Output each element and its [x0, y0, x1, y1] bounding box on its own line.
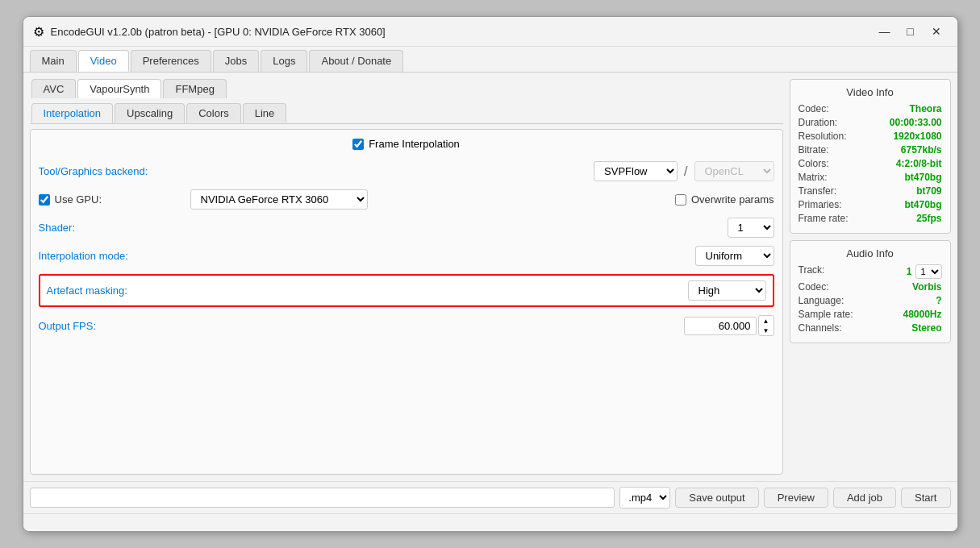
gpu-row: Use GPU: NVIDIA GeForce RTX 3060 [39, 189, 368, 210]
artefact-masking-select[interactable]: High Medium Low Off [688, 280, 766, 301]
separator: / [684, 164, 687, 179]
video-resolution-value: 1920x1080 [893, 131, 941, 142]
inner-tab-line[interactable]: Line [243, 103, 287, 123]
save-output-button[interactable]: Save output [675, 488, 758, 508]
video-codec-value: Theora [909, 103, 941, 114]
audio-language-label: Language: [799, 295, 844, 306]
sub-tab-vapoursynth[interactable]: VapourSynth [77, 79, 161, 98]
close-button[interactable]: ✕ [925, 23, 948, 39]
main-tabs: Main Video Preferences Jobs Logs About /… [23, 47, 957, 73]
video-framerate-label: Frame rate: [799, 213, 849, 224]
use-gpu-label: Use GPU: [55, 193, 184, 206]
audio-channels-row: Channels: Stereo [799, 322, 942, 334]
audio-codec-label: Codec: [799, 281, 829, 293]
left-panel: AVC VapourSynth FFMpeg Interpolation Ups… [30, 79, 783, 475]
audio-track-value: 1 1 [907, 264, 942, 279]
output-fps-row: Output FPS: ▲ ▼ [39, 315, 774, 336]
video-colors-row: Colors: 4:2:0/8-bit [799, 158, 942, 169]
video-bitrate-row: Bitrate: 6757kb/s [799, 144, 942, 156]
tool-backend-row: Tool/Graphics backend: SVPFlow / OpenCL [39, 161, 774, 181]
frame-interpolation-checkbox-label[interactable]: Frame Interpolation [352, 138, 460, 150]
audio-codec-row: Codec: Vorbis [799, 281, 942, 293]
audio-track-row: Track: 1 1 [799, 264, 942, 279]
fps-spin-down[interactable]: ▼ [759, 326, 774, 335]
output-fps-label: Output FPS: [39, 320, 168, 332]
tab-logs[interactable]: Logs [261, 50, 307, 72]
video-colors-label: Colors: [799, 158, 829, 169]
audio-track-label: Track: [799, 264, 825, 279]
artefact-masking-row: Artefact masking: High Medium Low Off [39, 274, 774, 307]
overwrite-label-text: Overwrite params [691, 193, 774, 206]
inner-tab-colors[interactable]: Colors [186, 103, 241, 123]
shader-select-wrapper: 1 2 3 [174, 218, 774, 238]
tab-about-donate[interactable]: About / Donate [309, 50, 403, 72]
use-gpu-checkbox[interactable] [39, 194, 50, 206]
frame-interpolation-header: Frame Interpolation [39, 138, 774, 150]
format-select[interactable]: .mp4 .mkv [619, 487, 670, 509]
audio-samplerate-label: Sample rate: [799, 309, 853, 320]
audio-samplerate-value: 48000Hz [903, 309, 941, 320]
add-job-button[interactable]: Add job [833, 488, 896, 508]
fps-spin-up[interactable]: ▲ [759, 316, 774, 326]
output-fps-input[interactable] [684, 317, 757, 335]
audio-channels-value: Stereo [911, 322, 941, 334]
video-duration-row: Duration: 00:00:33.00 [799, 117, 942, 128]
tab-jobs[interactable]: Jobs [213, 50, 259, 72]
sub-tabs: AVC VapourSynth FFMpeg [30, 79, 783, 98]
video-transfer-row: Transfer: bt709 [799, 185, 942, 197]
video-duration-value: 00:00:33.00 [890, 117, 942, 128]
status-bar [23, 513, 957, 531]
shader-row: Shader: 1 2 3 [39, 218, 774, 238]
video-matrix-value: bt470bg [904, 172, 941, 183]
video-framerate-value: 25fps [916, 213, 941, 224]
window-title: EncodeGUI v1.2.0b (patron beta) - [GPU 0… [51, 26, 386, 38]
sub-tab-avc[interactable]: AVC [31, 79, 77, 98]
video-bitrate-label: Bitrate: [799, 144, 829, 156]
audio-samplerate-row: Sample rate: 48000Hz [799, 309, 942, 320]
use-gpu-row: Use GPU: NVIDIA GeForce RTX 3060 Overwri… [39, 189, 774, 210]
overwrite-checkbox[interactable] [675, 194, 686, 206]
start-button[interactable]: Start [901, 488, 950, 508]
audio-codec-value: Vorbis [912, 281, 941, 293]
shader-label: Shader: [39, 222, 168, 234]
audio-track-select[interactable]: 1 [915, 264, 942, 279]
video-codec-label: Codec: [799, 103, 829, 114]
output-path-input[interactable] [30, 488, 615, 508]
video-framerate-row: Frame rate: 25fps [799, 213, 942, 224]
video-colors-value: 4:2:0/8-bit [896, 158, 942, 169]
video-resolution-label: Resolution: [799, 131, 847, 142]
bottom-bar: .mp4 .mkv Save output Preview Add job St… [23, 481, 957, 513]
interp-mode-row: Interpolation mode: Uniform Blended [39, 246, 774, 266]
tool-select[interactable]: SVPFlow [594, 161, 678, 181]
app-icon: ⚙ [33, 24, 44, 39]
tab-preferences[interactable]: Preferences [131, 50, 211, 72]
inner-tab-interpolation[interactable]: Interpolation [31, 103, 114, 123]
title-bar: ⚙ EncodeGUI v1.2.0b (patron beta) - [GPU… [23, 17, 957, 47]
backend-select[interactable]: OpenCL [694, 161, 774, 181]
video-transfer-label: Transfer: [799, 185, 837, 197]
preview-button[interactable]: Preview [764, 488, 828, 508]
audio-channels-label: Channels: [799, 322, 842, 334]
shader-select[interactable]: 1 2 3 [728, 218, 774, 238]
sub-tab-ffmpeg[interactable]: FFMpeg [163, 79, 226, 98]
audio-info-panel: Audio Info Track: 1 1 Codec: Vorbis Lang… [790, 240, 951, 343]
audio-info-title: Audio Info [799, 247, 942, 259]
overwrite-checkbox-label[interactable]: Overwrite params [675, 193, 774, 206]
video-info-title: Video Info [799, 86, 942, 98]
tool-backend-controls: SVPFlow / OpenCL [174, 161, 774, 181]
inner-tabs: Interpolation Upscaling Colors Line [30, 103, 783, 124]
tab-video[interactable]: Video [78, 50, 129, 72]
inner-tab-upscaling[interactable]: Upscaling [115, 103, 185, 123]
use-gpu-checkbox-label[interactable]: Use GPU: [39, 193, 184, 206]
gpu-select[interactable]: NVIDIA GeForce RTX 3060 [190, 189, 368, 210]
interpolation-panel: Frame Interpolation Tool/Graphics backen… [30, 129, 783, 475]
video-matrix-label: Matrix: [799, 172, 828, 183]
interp-mode-select[interactable]: Uniform Blended [695, 246, 774, 266]
frame-interpolation-checkbox[interactable] [352, 139, 364, 150]
tab-main[interactable]: Main [30, 50, 77, 72]
maximize-button[interactable]: □ [899, 23, 922, 39]
video-transfer-value: bt709 [916, 185, 941, 197]
minimize-button[interactable]: — [874, 23, 896, 39]
fps-spinner: ▲ ▼ [758, 315, 774, 336]
tool-backend-label: Tool/Graphics backend: [39, 165, 168, 177]
